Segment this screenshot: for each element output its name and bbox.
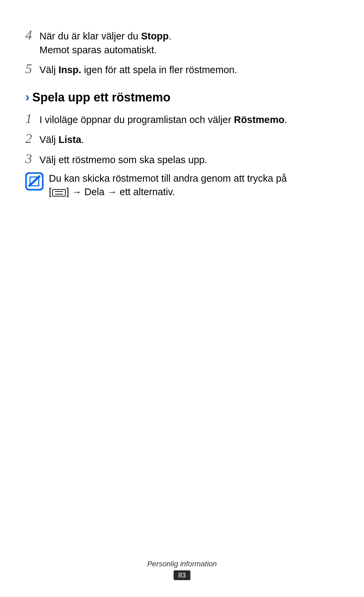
- step-text: I viloläge öppnar du programlistan och v…: [39, 111, 287, 127]
- step-text: Välj ett röstmemo som ska spelas upp.: [39, 151, 207, 167]
- note-block: Du kan skicka röstmemot till andra genom…: [25, 171, 339, 199]
- step-number: 1: [25, 111, 39, 126]
- section-step-1: 1 I viloläge öppnar du programlistan och…: [25, 111, 339, 127]
- step-5: 5 Välj Insp. igen för att spela in fler …: [25, 61, 339, 77]
- section-step-2: 2 Välj Lista.: [25, 130, 339, 147]
- step-text: Välj Lista.: [39, 131, 84, 147]
- step-number: 4: [25, 27, 39, 43]
- footer-section-label: Personlig information: [0, 560, 364, 568]
- note-icon: [25, 172, 43, 190]
- chevron-icon: ›: [25, 91, 30, 103]
- step-number: 2: [25, 130, 39, 146]
- heading-text: Spela upp ett röstmemo: [32, 90, 171, 105]
- step-4: 4 När du är klar väljer du Stopp. Memot …: [25, 27, 339, 57]
- page-number: 83: [174, 570, 190, 580]
- section-step-3: 3 Välj ett röstmemo som ska spelas upp.: [25, 151, 339, 167]
- step-number: 5: [25, 61, 39, 77]
- page-footer: Personlig information 83: [0, 560, 364, 580]
- menu-key-icon: [52, 189, 66, 197]
- section-heading: › Spela upp ett röstmemo: [25, 90, 339, 105]
- step-text: När du är klar väljer du Stopp. Memot sp…: [39, 27, 172, 57]
- step-number: 3: [25, 151, 39, 167]
- svg-line-1: [29, 176, 39, 186]
- note-text: Du kan skicka röstmemot till andra genom…: [49, 171, 287, 199]
- step-text: Välj Insp. igen för att spela in fler rö…: [39, 61, 237, 77]
- svg-rect-2: [53, 189, 65, 196]
